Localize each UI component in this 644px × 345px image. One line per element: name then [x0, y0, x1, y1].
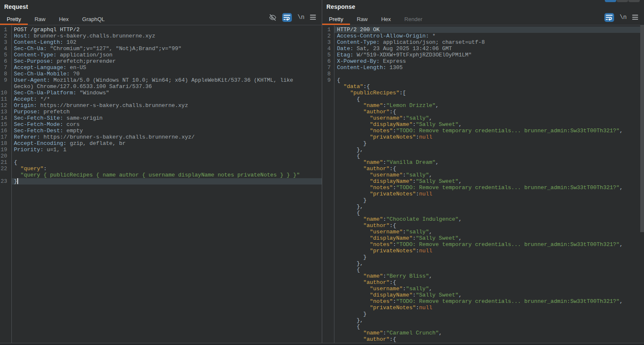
code-segment: "author"	[337, 109, 390, 115]
code-segment: }	[337, 311, 366, 317]
code-row: },	[322, 203, 644, 210]
code-segment: :	[416, 305, 419, 311]
line-number: 8	[322, 71, 331, 77]
code-segment: },	[337, 317, 363, 324]
request-editor[interactable]: 1POST /graphql HTTP/22Host: brunner-s-ba…	[0, 25, 322, 343]
code-row: "author":{	[322, 336, 644, 342]
code-segment: "Sally Sweet"	[416, 178, 458, 185]
code-row: "privateNotes":null	[322, 248, 644, 254]
code-row: "name":"Caramel Crunch",	[322, 330, 644, 336]
line-number: 22	[0, 166, 7, 172]
code-row: "publicRecipes":[	[322, 90, 644, 96]
code-segment: {	[337, 324, 360, 330]
code-segment: 1305	[386, 64, 403, 71]
code-segment: "displayName"	[337, 235, 412, 241]
code-segment: "query"	[14, 166, 43, 172]
code-row: 2Access-Control-Allow-Origin: *	[322, 33, 644, 39]
code-row: 6X-Powered-By: Express	[322, 58, 644, 64]
layout-option-2-button[interactable]	[617, 0, 628, 2]
code-segment: ,	[620, 128, 623, 134]
code-segment: Sec-Ch-Ua:	[14, 45, 47, 52]
request-tab-hex[interactable]: Hex	[52, 13, 75, 25]
response-panel-title: Response	[326, 3, 355, 10]
code-segment: ,	[439, 330, 442, 336]
code-segment: }	[337, 140, 366, 147]
line-number: 23	[0, 178, 7, 185]
code-segment: ,	[620, 241, 623, 248]
code-row: 7Accept-Language: en-US	[0, 64, 322, 71]
code-segment: Sec-Ch-Ua-Mobile:	[14, 71, 70, 77]
code-segment: "name"	[337, 273, 383, 279]
code-row: "displayName":"Sally Sweet",	[322, 235, 644, 241]
layout-option-1-button[interactable]	[605, 0, 616, 2]
code-segment: Accept-Encoding:	[14, 140, 67, 147]
response-scrollbar[interactable]	[640, 25, 644, 343]
response-tab-render[interactable]: Render	[398, 13, 429, 25]
response-tabs: PrettyRawHexRender	[322, 13, 429, 25]
text-cursor	[17, 178, 18, 184]
response-tab-raw[interactable]: Raw	[350, 13, 374, 25]
code-segment: "author"	[337, 279, 390, 286]
code-segment: gzip, deflate, br	[67, 140, 126, 147]
code-row: 5Content-Type: application/json	[0, 52, 322, 58]
code-segment: X-Powered-By:	[337, 58, 379, 64]
code-segment: "name"	[337, 216, 383, 222]
code-segment: */*	[37, 96, 50, 102]
code-segment: User-Agent:	[14, 77, 50, 83]
code-row: 12Origin: https://brunner-s-bakery.chall…	[0, 102, 322, 109]
code-row: },	[322, 317, 644, 324]
code-segment: cors	[63, 121, 80, 128]
line-number: 11	[0, 96, 7, 102]
request-tab-graphql[interactable]: GraphQL	[75, 13, 111, 25]
code-segment: }	[337, 254, 366, 260]
code-row: }	[322, 197, 644, 203]
code-segment: HTTP/2 200 OK	[337, 27, 379, 33]
code-segment: "privateNotes"	[337, 191, 416, 197]
eye-off-icon[interactable]	[269, 13, 277, 21]
code-row: }	[322, 140, 644, 147]
code-segment: Sec-Fetch-Site:	[14, 115, 63, 121]
code-row: "author":{	[322, 109, 644, 115]
code-row: 8	[322, 71, 644, 77]
show-newlines-icon[interactable]: \n	[297, 14, 305, 21]
code-segment: POST /graphql HTTP/2	[14, 27, 80, 33]
code-row: 9User-Agent: Mozilla/5.0 (Windows NT 10.…	[0, 77, 322, 83]
menu-icon[interactable]	[632, 15, 638, 20]
code-segment: "displayName"	[337, 121, 412, 128]
wrap-lines-icon[interactable]	[282, 13, 292, 22]
request-response-split-view: Request PrettyRawHexGraphQL \n 1POST /gr…	[0, 0, 644, 343]
code-row: "notes":"TODO: Remove temporary credenti…	[322, 298, 644, 305]
code-segment: prefetch;prerender	[53, 58, 116, 64]
code-segment: Etag:	[337, 52, 353, 58]
code-segment: {	[337, 267, 360, 273]
line-number: 9	[0, 77, 7, 83]
response-editor[interactable]: 1HTTP/2 200 OK2Access-Control-Allow-Orig…	[322, 25, 644, 343]
request-tab-pretty[interactable]: Pretty	[0, 13, 28, 25]
code-segment: }	[337, 197, 366, 203]
response-tab-hex[interactable]: Hex	[374, 13, 398, 25]
code-segment: :{	[390, 166, 396, 172]
response-scrollbar-thumb[interactable]	[640, 25, 644, 232]
show-newlines-icon[interactable]: \n	[620, 14, 627, 21]
code-row: 17Referer: https://brunner-s-bakery.chal…	[0, 134, 322, 140]
code-segment: :	[416, 134, 419, 140]
code-row: "data":{	[322, 83, 644, 90]
code-row: }	[322, 311, 644, 317]
code-segment: Gecko) Chrome/127.0.6533.100 Safari/537.…	[14, 83, 152, 90]
code-segment: "notes"	[337, 128, 393, 134]
response-toolbar-icons: \n	[604, 12, 638, 23]
code-segment: ,	[459, 216, 462, 222]
response-tab-pretty[interactable]: Pretty	[322, 13, 350, 25]
code-segment: Purpose:	[14, 109, 40, 115]
request-tab-raw[interactable]: Raw	[28, 13, 52, 25]
code-row: 4Date: Sat, 23 Aug 2025 13:42:06 GMT	[322, 45, 644, 52]
layout-option-3-button[interactable]	[628, 0, 640, 2]
menu-icon[interactable]	[310, 15, 316, 20]
code-row: 10Sec-Ch-Ua-Platform: "Windows"	[0, 90, 322, 96]
code-segment: "privateNotes"	[337, 305, 416, 311]
code-segment: ,	[429, 342, 432, 343]
line-number: 9	[322, 77, 331, 83]
line-number: 21	[0, 159, 7, 166]
code-segment: :{	[390, 336, 396, 342]
wrap-lines-icon[interactable]	[604, 13, 614, 22]
